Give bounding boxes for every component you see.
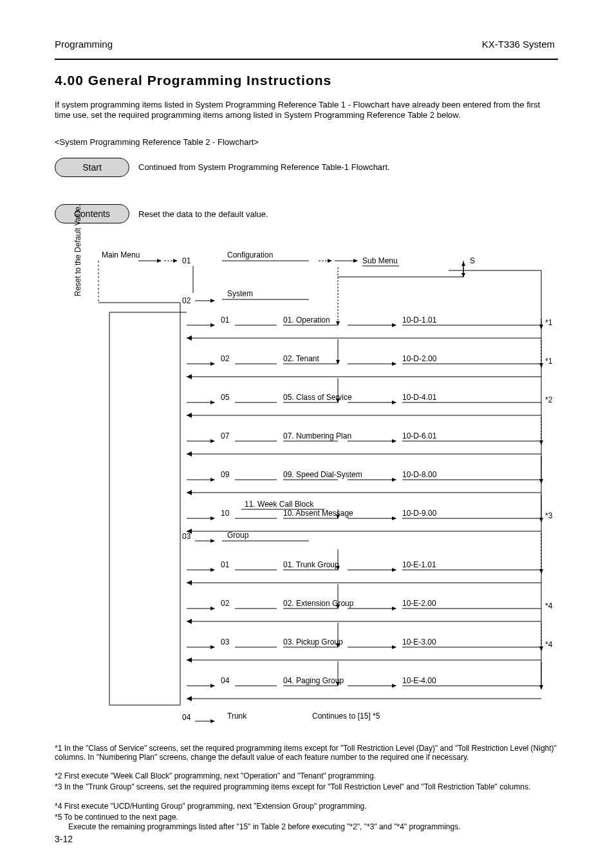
svg-text:07: 07 [221, 431, 230, 440]
svg-text:10-D-4.01: 10-D-4.01 [402, 393, 437, 402]
svg-text:01: 01 [182, 256, 191, 265]
intro-p1: If system programming items listed in Sy… [55, 100, 540, 120]
svg-text:Sub Menu: Sub Menu [362, 256, 398, 265]
intro-p2: <System Programming Reference Table 2 - … [55, 137, 259, 147]
svg-marker-50 [187, 374, 192, 379]
intro-subtitle: <System Programming Reference Table 2 - … [55, 137, 557, 147]
svg-text:01: 01 [221, 560, 230, 569]
footnote-5a: *5 To be continued to the next page. [55, 813, 557, 822]
pill-start-text: Continued from System Programming Refere… [138, 162, 390, 173]
svg-marker-140 [187, 657, 192, 663]
svg-text:*3: *3 [545, 511, 553, 520]
svg-text:10-E-4.00: 10-E-4.00 [402, 676, 436, 685]
svg-marker-127 [187, 619, 192, 624]
footnote-3: *3 In the "Trunk Group" screens, set the… [55, 782, 557, 791]
svg-text:09. Speed Dial-System: 09. Speed Dial-System [283, 470, 362, 479]
svg-marker-37 [187, 335, 192, 341]
svg-text:04: 04 [182, 713, 191, 722]
svg-text:*1: *1 [545, 318, 553, 327]
svg-text:10-E-3.00: 10-E-3.00 [402, 637, 436, 646]
svg-text:02: 02 [182, 296, 191, 305]
svg-text:System: System [227, 289, 253, 298]
svg-text:*2: *2 [545, 395, 553, 404]
header-left: Programming [55, 39, 113, 50]
svg-text:10. Absent Message: 10. Absent Message [283, 509, 353, 518]
section-title: 4.00 General Programming Instructions [55, 73, 331, 88]
svg-marker-85 [187, 490, 192, 495]
svg-text:10-D-1.01: 10-D-1.01 [402, 316, 437, 325]
svg-text:10-E-2.00: 10-E-2.00 [402, 599, 436, 608]
svg-text:Trunk: Trunk [227, 712, 247, 721]
svg-text:01: 01 [221, 316, 230, 325]
svg-text:04: 04 [221, 676, 230, 685]
pill-reset: Contents [55, 204, 129, 223]
svg-text:05. Class of Service: 05. Class of Service [283, 393, 352, 402]
svg-text:02: 02 [221, 599, 230, 608]
svg-marker-62 [187, 413, 192, 418]
svg-text:Configuration: Configuration [227, 250, 273, 259]
svg-text:Group: Group [227, 531, 249, 540]
svg-text:05: 05 [221, 393, 230, 402]
footnote-2: *2 First execute "Week Call Block" progr… [55, 771, 557, 780]
svg-text:Continues to [15] *5: Continues to [15] *5 [312, 712, 380, 721]
svg-text:10-D-9.00: 10-D-9.00 [402, 509, 437, 518]
svg-text:02: 02 [221, 354, 230, 363]
footnote-5b: Execute the remaining programmings liste… [68, 822, 557, 831]
svg-text:10-D-6.01: 10-D-6.01 [402, 431, 437, 440]
label-main-menu: Main Menu [102, 250, 140, 259]
svg-text:10-E-1.01: 10-E-1.01 [402, 560, 436, 569]
svg-text:07. Numbering Plan: 07. Numbering Plan [283, 431, 351, 440]
svg-text:*4: *4 [545, 640, 553, 649]
footnote-1: *1 In the "Class of Service" screens, se… [55, 744, 557, 762]
svg-marker-116 [187, 580, 192, 585]
svg-text:03: 03 [182, 532, 191, 541]
svg-text:01. Trunk Group: 01. Trunk Group [283, 560, 339, 569]
svg-text:10: 10 [221, 509, 230, 518]
svg-text:10-D-2.00: 10-D-2.00 [402, 354, 437, 363]
svg-text:02. Extension Group: 02. Extension Group [283, 599, 354, 608]
svg-text:10-D-8.00: 10-D-8.00 [402, 470, 437, 479]
footnote-4: *4 First execute "UCD/Hunting Group" pro… [55, 802, 557, 811]
svg-text:02. Tenant: 02. Tenant [283, 354, 319, 363]
svg-marker-153 [187, 696, 192, 701]
svg-text:11. Week Call Block: 11. Week Call Block [245, 500, 314, 509]
intro-text: If system programming items listed in Sy… [55, 100, 557, 121]
svg-text:S: S [470, 256, 475, 265]
svg-text:04. Paging Group: 04. Paging Group [283, 676, 344, 685]
pill-start: Start [55, 158, 129, 177]
header-rule [55, 59, 558, 60]
flowchart-diagram: Main Menu 01 Configuration Sub Menu 02 S… [55, 241, 558, 737]
svg-text:09: 09 [221, 470, 230, 479]
svg-marker-74 [187, 451, 192, 457]
header-right: KX-T336 System [482, 39, 555, 50]
svg-text:*1: *1 [545, 357, 553, 366]
svg-text:01. Operation: 01. Operation [283, 316, 330, 325]
svg-text:03: 03 [221, 637, 230, 646]
svg-text:03. Pickup Group: 03. Pickup Group [283, 637, 343, 646]
pill-reset-text: Reset the data to the default value. [138, 209, 268, 220]
page-number: 3-12 [55, 834, 73, 844]
svg-text:*4: *4 [545, 601, 553, 610]
